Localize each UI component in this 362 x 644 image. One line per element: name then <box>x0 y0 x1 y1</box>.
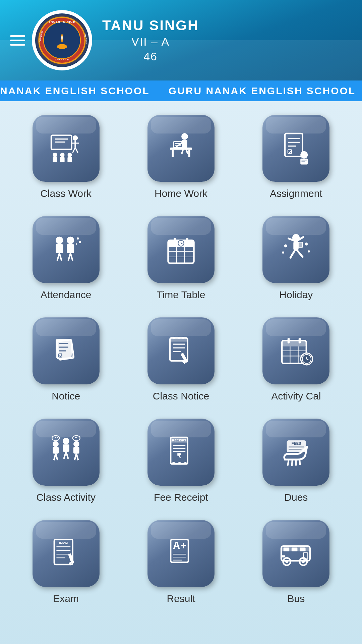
bus-icon-box <box>262 520 329 587</box>
svg-rect-68 <box>294 241 299 250</box>
class-work-icon-box <box>33 115 100 182</box>
svg-line-50 <box>70 253 73 261</box>
svg-rect-57 <box>186 238 188 244</box>
svg-text:VARANASI: VARANASI <box>55 58 69 61</box>
header: TRUTH IS HIGH VARANASI HIGHER IS TRUTHFU… <box>0 0 362 80</box>
menu-item-assignment[interactable]: Assignment <box>244 115 349 199</box>
svg-point-116 <box>76 437 77 438</box>
svg-rect-40 <box>301 159 308 165</box>
time-table-icon-box <box>147 216 215 283</box>
menu-item-result[interactable]: A+ Result <box>128 520 233 604</box>
svg-point-74 <box>282 252 285 254</box>
exam-label: Exam <box>53 593 79 604</box>
menu-item-attendance[interactable]: Attendance <box>13 216 118 301</box>
svg-point-18 <box>67 153 72 157</box>
exam-icon: EXAM <box>48 535 84 572</box>
svg-point-71 <box>284 245 287 248</box>
dues-icon: FEES <box>278 434 314 471</box>
svg-text:A+: A+ <box>173 540 186 551</box>
fee-receipt-label: Fee Receipt <box>154 492 208 503</box>
svg-point-109 <box>73 441 79 447</box>
svg-point-72 <box>305 243 308 246</box>
svg-rect-48 <box>67 244 74 254</box>
class-activity-label: Class Activity <box>36 492 96 503</box>
menu-button[interactable] <box>10 35 25 46</box>
svg-rect-108 <box>53 447 59 454</box>
menu-item-notice[interactable]: Notice <box>13 317 118 402</box>
svg-rect-75 <box>298 242 303 247</box>
svg-rect-161 <box>281 555 285 558</box>
homework-icon <box>163 130 199 167</box>
svg-point-17 <box>60 153 64 157</box>
svg-line-118 <box>66 452 68 459</box>
svg-point-160 <box>302 560 305 563</box>
classnotice-icon <box>163 332 199 369</box>
result-label: Result <box>167 593 195 604</box>
assignment-icon-box <box>262 115 329 182</box>
svg-line-69 <box>291 250 295 258</box>
svg-rect-23 <box>182 140 187 148</box>
menu-item-home-work[interactable]: Home Work <box>128 115 233 199</box>
svg-text:₹: ₹ <box>177 452 181 460</box>
svg-text:FEES: FEES <box>292 441 301 445</box>
classactivity-icon <box>48 434 84 471</box>
fee-receipt-icon-box: RECEIPT ₹ <box>147 419 215 486</box>
menu-item-holiday[interactable]: Holiday <box>244 216 349 301</box>
svg-line-135 <box>292 460 292 466</box>
assignment-icon <box>278 130 314 167</box>
menu-item-fee-receipt[interactable]: RECEIPT ₹ Fee Receipt <box>128 419 233 503</box>
dues-label: Dues <box>284 492 308 503</box>
holiday-icon-box <box>262 216 329 283</box>
svg-rect-95 <box>288 338 290 344</box>
notice-icon <box>48 332 84 369</box>
svg-point-51 <box>77 237 79 240</box>
class-notice-icon-box <box>147 317 215 384</box>
time-table-label: Time Table <box>157 289 205 301</box>
menu-item-time-table[interactable]: Time Table <box>128 216 233 301</box>
svg-point-11 <box>72 136 77 141</box>
classwork-icon <box>48 130 84 167</box>
menu-item-dues[interactable]: FEES Dues <box>244 419 349 503</box>
svg-point-158 <box>285 560 288 563</box>
menu-item-exam[interactable]: EXAM Exam <box>13 520 118 604</box>
activity-cal-label: Activity Cal <box>271 390 321 402</box>
svg-point-115 <box>75 437 76 438</box>
menu-grid: Class Work <box>13 115 349 503</box>
main-content: Class Work <box>0 101 362 644</box>
svg-point-87 <box>182 337 184 339</box>
svg-line-15 <box>75 148 78 153</box>
svg-rect-78 <box>56 339 71 358</box>
class-activity-icon-box <box>33 419 100 486</box>
attendance-icon-box <box>33 216 100 283</box>
svg-text:RECEIPT: RECEIPT <box>172 438 186 442</box>
holiday-icon <box>278 231 314 268</box>
attendance-label: Attendance <box>41 289 92 301</box>
svg-rect-153 <box>284 547 290 551</box>
bus-label: Bus <box>287 593 305 604</box>
menu-item-activity-cal[interactable]: Activity Cal <box>244 317 349 402</box>
svg-point-22 <box>181 133 188 140</box>
activitycal-icon <box>278 332 314 369</box>
svg-rect-155 <box>300 547 306 551</box>
svg-point-16 <box>53 153 57 157</box>
attendance-icon <box>48 231 84 268</box>
class-notice-label: Class Notice <box>153 390 209 402</box>
svg-point-73 <box>308 250 310 253</box>
menu-item-bus[interactable]: Bus <box>244 520 349 604</box>
menu-item-class-activity[interactable]: Class Activity <box>13 419 118 503</box>
activity-cal-icon-box <box>262 317 329 384</box>
svg-text:EXAM: EXAM <box>59 541 67 544</box>
exam-icon-box: EXAM <box>33 520 100 587</box>
svg-rect-94 <box>282 340 307 346</box>
svg-text:TRUTH IS HIGH: TRUTH IS HIGH <box>49 20 76 23</box>
svg-point-39 <box>301 151 308 159</box>
menu-item-class-notice[interactable]: Class Notice <box>128 317 233 402</box>
holiday-label: Holiday <box>279 289 313 301</box>
dues-icon-box: FEES <box>262 419 329 486</box>
student-info: TANU SINGH VII – A 46 <box>102 17 199 63</box>
notice-label: Notice <box>52 390 80 402</box>
home-work-icon-box <box>147 115 215 182</box>
student-class: VII – A <box>102 35 199 48</box>
svg-point-85 <box>173 337 176 339</box>
menu-item-class-work[interactable]: Class Work <box>13 115 118 199</box>
